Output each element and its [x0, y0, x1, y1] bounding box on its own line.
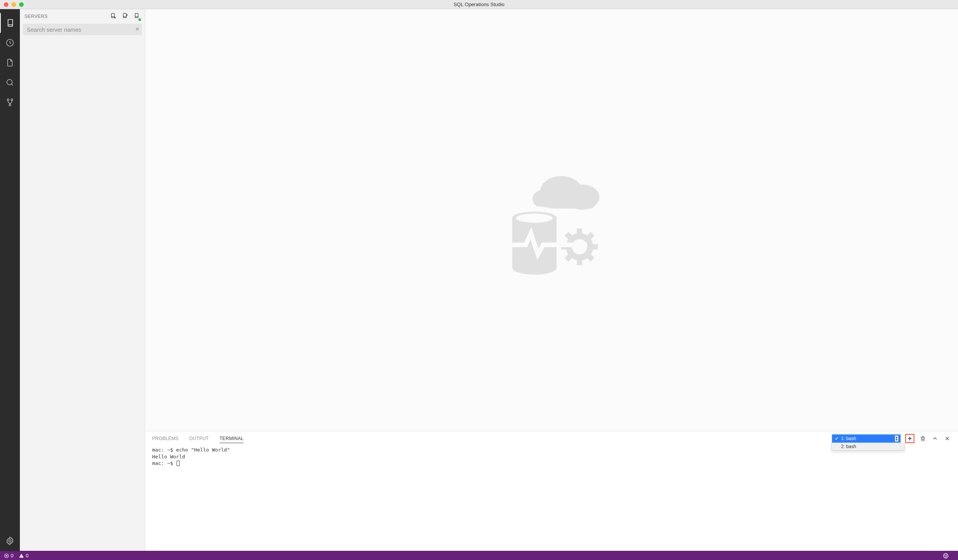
svg-point-48 — [946, 555, 947, 555]
close-icon — [135, 27, 140, 31]
status-warnings[interactable]: 0 — [19, 553, 28, 558]
panel-actions: ✓ 1: bash ▴▾ 2: bash — [832, 434, 951, 443]
svg-point-3 — [7, 79, 12, 85]
tab-problems[interactable]: PROBLEMS — [152, 434, 179, 443]
trash-icon — [920, 435, 926, 442]
server-status-button[interactable] — [134, 13, 140, 21]
error-icon — [4, 553, 9, 558]
svg-line-33 — [567, 255, 571, 260]
terminal-option-2[interactable]: 2: bash — [832, 443, 904, 450]
svg-line-32 — [588, 255, 593, 260]
tab-output[interactable]: OUTPUT — [189, 434, 209, 443]
sidebar-title: SERVERS — [24, 14, 110, 19]
activity-servers[interactable] — [0, 13, 20, 33]
activity-explorer[interactable] — [0, 53, 20, 73]
kill-terminal-button[interactable] — [919, 435, 927, 442]
titlebar: SQL Operations Studio — [0, 0, 958, 9]
activity-tasks[interactable] — [0, 33, 20, 53]
new-group-button[interactable] — [122, 13, 128, 21]
server-icon — [6, 18, 15, 28]
terminal-selected-label: 1: bash — [841, 436, 856, 441]
svg-rect-22 — [540, 197, 596, 209]
new-connection-button[interactable] — [110, 13, 117, 21]
svg-rect-9 — [112, 13, 115, 18]
tab-terminal[interactable]: TERMINAL — [219, 434, 244, 443]
error-count: 0 — [11, 553, 13, 558]
server-group-icon — [122, 13, 128, 19]
new-terminal-button[interactable] — [905, 434, 914, 443]
warning-count: 0 — [26, 553, 28, 558]
minimize-window-button[interactable] — [11, 2, 16, 7]
search-box — [23, 24, 142, 35]
chevron-up-icon — [932, 435, 938, 442]
window-title: SQL Operations Studio — [453, 2, 504, 7]
svg-point-5 — [7, 99, 9, 100]
terminal-cursor — [177, 461, 180, 466]
terminal-selector[interactable]: ✓ 1: bash ▴▾ 2: bash — [832, 434, 901, 443]
bottom-panel: PROBLEMS OUTPUT TERMINAL ✓ 1: bash ▴▾ 2:… — [145, 431, 958, 551]
search-icon — [5, 78, 15, 87]
sidebar-actions — [110, 13, 140, 21]
plus-icon — [907, 436, 913, 441]
server-plus-icon — [110, 13, 117, 19]
svg-rect-15 — [135, 13, 138, 18]
svg-rect-0 — [8, 19, 13, 26]
activity-bar — [0, 9, 20, 551]
maximize-panel-button[interactable] — [931, 435, 939, 442]
close-panel-button[interactable] — [943, 435, 951, 442]
svg-point-46 — [943, 554, 948, 558]
clear-search-button[interactable] — [135, 26, 140, 33]
terminal-dropdown: 2: bash — [831, 443, 904, 451]
sidebar-header: SERVERS — [20, 9, 145, 24]
editor-area: PROBLEMS OUTPUT TERMINAL ✓ 1: bash ▴▾ 2:… — [145, 9, 958, 551]
sidebar: SERVERS — [20, 9, 145, 551]
editor-empty-state — [145, 9, 958, 431]
close-window-button[interactable] — [4, 2, 8, 7]
status-bar: 0 0 — [0, 551, 958, 560]
terminal-line: Hello World — [152, 454, 185, 460]
main-area: SERVERS — [0, 9, 958, 551]
activity-search[interactable] — [0, 73, 20, 92]
terminal-line: mac: ~$ echo "Hello World" — [152, 447, 230, 453]
svg-rect-13 — [123, 13, 127, 18]
svg-point-25 — [512, 261, 557, 275]
activity-source-control[interactable] — [0, 92, 20, 112]
close-icon — [945, 436, 950, 441]
status-errors[interactable]: 0 — [4, 553, 13, 558]
smiley-icon — [943, 553, 949, 559]
panel-tab-bar: PROBLEMS OUTPUT TERMINAL ✓ 1: bash ▴▾ 2:… — [145, 431, 958, 446]
updown-icon: ▴▾ — [895, 435, 898, 442]
check-icon: ✓ — [835, 436, 839, 441]
svg-point-47 — [945, 555, 945, 555]
terminal-output[interactable]: mac: ~$ echo "Hello World" Hello World m… — [145, 446, 958, 551]
window-controls — [0, 2, 24, 7]
status-feedback[interactable] — [943, 553, 949, 559]
status-dot-icon — [138, 18, 141, 21]
git-branch-icon — [5, 98, 15, 107]
clock-icon — [5, 38, 15, 47]
svg-point-7 — [9, 104, 11, 106]
svg-line-34 — [588, 234, 593, 238]
maximize-window-button[interactable] — [19, 2, 24, 7]
database-cloud-watermark-icon — [496, 161, 607, 279]
svg-point-6 — [11, 99, 13, 100]
server-status-icon — [134, 13, 140, 19]
server-search-input[interactable] — [23, 24, 142, 35]
file-icon — [5, 58, 15, 67]
svg-point-35 — [516, 214, 553, 223]
activity-settings[interactable] — [0, 531, 20, 551]
svg-point-8 — [9, 540, 11, 542]
svg-line-4 — [11, 84, 13, 86]
warning-icon — [19, 553, 24, 558]
gear-icon — [5, 536, 15, 545]
svg-line-31 — [567, 234, 571, 238]
terminal-line: mac: ~$ — [152, 460, 176, 466]
